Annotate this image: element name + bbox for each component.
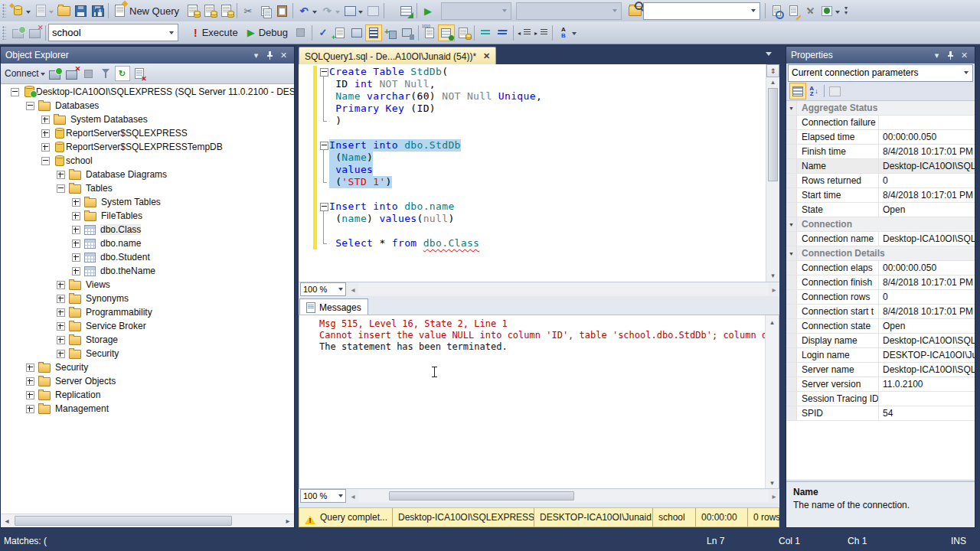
tools-icon[interactable] [802,2,818,19]
add-item-caret[interactable] [49,11,54,16]
debug-icon[interactable]: ▶ [247,28,255,37]
expand-icon[interactable] [72,240,80,248]
save-all-icon[interactable] [89,2,106,19]
tree-item[interactable]: Views [1,278,294,292]
messages-hscroll-right[interactable]: ▸ [769,492,779,500]
pin-icon[interactable] [264,50,276,60]
expand-icon[interactable] [26,364,34,372]
redo-icon[interactable]: ↷ [318,2,335,19]
script-error-icon[interactable]: ✕ [131,65,148,82]
property-row[interactable]: Connection rows0 [786,290,975,305]
undo-caret[interactable] [312,11,317,16]
new-query-icon[interactable] [111,2,128,19]
sql-code[interactable]: Create Table StdDb( ID int NOT Null, Nam… [329,66,766,249]
property-section[interactable]: ▼Connection Details [786,246,975,261]
collapse-icon[interactable] [26,102,34,110]
connect-server-icon[interactable] [47,65,64,82]
tab-list-caret[interactable] [766,52,772,59]
search-folder-icon[interactable] [626,2,643,19]
editor-hscroll-right[interactable]: ▸ [769,285,779,294]
filter-icon[interactable] [97,65,114,82]
redo-caret[interactable] [335,11,340,16]
editor-hscrollbar[interactable] [358,283,769,295]
xmla-query-icon[interactable] [217,2,234,19]
messages-hscrollbar[interactable] [358,490,769,502]
shortcut-ab-icon[interactable]: AB [555,24,572,41]
debug-button[interactable]: Debug [259,27,288,38]
scroll-down-icon[interactable]: ▾ [766,269,779,281]
tree-item[interactable]: Management [1,402,294,416]
toolbar-overflow-icon[interactable]: ▾▾ [841,2,851,19]
property-row[interactable]: SPID54 [786,406,975,421]
tree-item[interactable]: ReportServer$SQLEXPRESSTempDB [1,140,294,154]
tree-item[interactable]: dbo.Student [1,250,294,264]
window-menu-icon[interactable]: ▾ [250,50,262,60]
messages-scroll-down-icon[interactable]: ▾ [766,477,779,488]
tree-item[interactable]: Programmability [1,305,294,319]
browser-caret[interactable] [835,11,840,16]
collapse-icon[interactable] [11,88,19,96]
tree-item[interactable]: ReportServer$SQLEXPRESS [1,126,294,140]
indent-left-icon[interactable]: ◂ [516,24,533,41]
messages-zoom-select[interactable]: 100 % [300,489,346,503]
tree-item[interactable]: System Databases [1,112,294,126]
expand-icon[interactable] [72,198,80,207]
parse-check-icon[interactable]: ✓ [315,24,332,41]
tree-item[interactable]: FileTables [1,209,294,223]
tree-item[interactable]: dbo.theName [1,264,294,278]
expand-icon[interactable] [26,405,34,413]
property-row[interactable]: NameDesktop-ICA10OI\SQLE [786,159,975,174]
expand-icon[interactable] [57,308,65,317]
show-estimated-plan-icon[interactable]: + [332,24,348,41]
messages-panel[interactable]: Msg 515, Level 16, State 2, Line 1Cannot… [299,315,779,490]
expand-icon[interactable] [57,322,65,331]
collapse-icon[interactable] [57,184,65,193]
fold-collapse-icon[interactable] [320,142,328,150]
toolbar2-overflow[interactable] [572,32,577,37]
property-row[interactable]: Connection nameDesktop-ICA10OI\SQLE [786,232,975,246]
tree-item[interactable]: school [1,154,294,168]
object-explorer-hscrollbar[interactable]: ◂ ▸ [1,514,294,527]
tree-item[interactable]: Security [1,360,294,374]
add-item-icon[interactable] [32,2,49,19]
object-explorer-header[interactable]: Object Explorer ▾ ✕ [1,47,294,64]
cancel-query-icon[interactable] [292,24,309,41]
results-to-file-icon[interactable]: 1010 [421,24,438,41]
disconnect-server-icon[interactable] [64,65,80,82]
expand-icon[interactable] [72,267,80,276]
toolbar-grip[interactable] [2,4,6,18]
expand-icon[interactable] [57,336,65,344]
connect-caret[interactable] [41,73,45,78]
tree-item[interactable]: Replication [1,388,294,402]
copy-icon[interactable] [256,2,273,19]
properties-menu-icon[interactable]: ▾ [931,50,942,60]
property-row[interactable]: Elapsed time00:00:00.050 [786,130,975,145]
execute-button[interactable]: Execute [202,27,238,38]
database-selector[interactable]: school [48,24,178,41]
connect-button[interactable]: Connect [5,68,39,79]
expand-icon[interactable] [57,281,65,289]
new-query-button[interactable]: New Query [129,5,179,17]
document-tab[interactable]: SQLQuery1.sql - De...A10OI\Junaid (54))*… [299,47,496,65]
categorized-icon[interactable] [789,83,806,99]
disconnect-icon[interactable] [26,24,43,41]
property-row[interactable]: Server version11.0.2100 [786,377,975,392]
property-row[interactable]: Rows returned0 [786,174,975,188]
results-report-icon[interactable] [455,24,472,41]
change-connection-icon[interactable] [9,24,26,41]
cut-icon[interactable]: ✂ [240,2,256,19]
fold-collapse-icon[interactable] [320,203,328,211]
expand-icon[interactable] [57,350,65,358]
new-connection-caret[interactable] [26,11,31,16]
comment-lines-icon[interactable] [477,24,494,41]
expand-icon[interactable] [57,295,65,303]
expand-icon[interactable] [26,377,34,386]
property-row[interactable]: StateOpen [786,203,975,217]
navigate-window-caret[interactable] [358,11,363,16]
messages-vscrollbar[interactable]: ▴ ▾ [765,315,779,489]
start-debug-icon[interactable]: ▶ [420,2,436,19]
close-icon[interactable]: ✕ [278,50,289,60]
collapse-icon[interactable] [41,157,50,165]
export-table-icon[interactable] [397,2,414,19]
tree-item[interactable]: dbo.name [1,236,294,250]
